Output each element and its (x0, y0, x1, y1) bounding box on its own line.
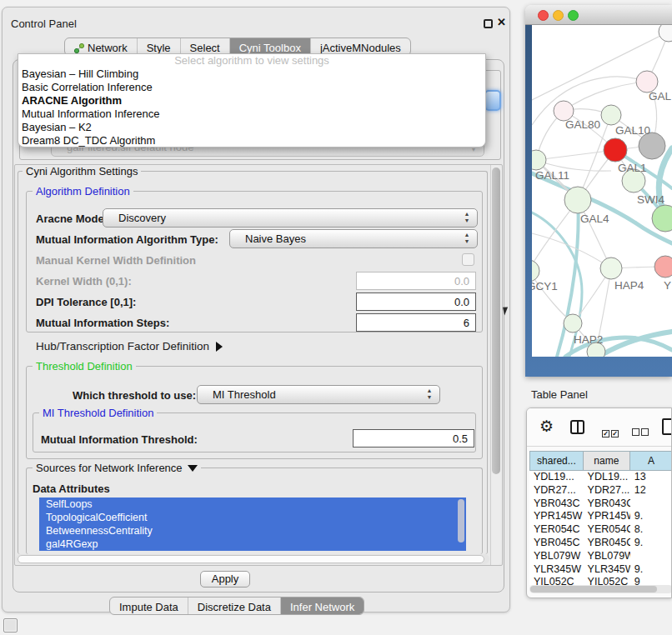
tab-select[interactable]: Select (181, 38, 230, 55)
column-header-name[interactable]: name (584, 451, 630, 471)
tab-discretize-data[interactable]: Discretize Data (188, 598, 281, 614)
network-node[interactable] (659, 25, 672, 42)
file-icon[interactable] (662, 418, 672, 435)
table-row[interactable]: YLR345WYLR345W9. (529, 563, 672, 577)
stepper-icon[interactable]: ▲▼ (463, 232, 471, 245)
network-window-titlebar[interactable] (525, 5, 672, 25)
tab-network[interactable]: Network (65, 38, 138, 55)
table-cell (630, 498, 672, 511)
mi-type-label: Mutual Information Algorithm Type: (36, 233, 218, 246)
expanded-arrow-icon[interactable] (188, 465, 198, 472)
table-cell: 12 (630, 484, 672, 498)
network-node-gal10[interactable] (601, 105, 621, 125)
tab-impute-data[interactable]: Impute Data (110, 598, 188, 614)
mi-threshold-group-title: MI Threshold Definition (39, 407, 157, 419)
mi-steps-field[interactable]: 6 (356, 313, 476, 332)
column-header-a[interactable]: A (630, 451, 672, 471)
table-row[interactable]: YBR043CYBR043C (529, 498, 672, 511)
attribute-item-betweennesscentrality[interactable]: BetweennessCentrality (39, 524, 466, 538)
minimized-panel-icon[interactable] (3, 618, 18, 632)
tab-style[interactable]: Style (138, 38, 181, 55)
manual-kernel-checkbox[interactable] (462, 253, 474, 266)
table-row[interactable]: YBL079WYBL079W (529, 550, 672, 563)
manual-kernel-label: Manual Kernel Width Definition (36, 254, 196, 267)
tab-style-label: Style (147, 42, 171, 54)
network-canvas[interactable]: GALGAL80GAL10GAL1SWI4GAL11GAL4GCY1HAP4YH… (532, 25, 672, 357)
algorithm-option-aracne-algorithm[interactable]: ARACNE Algorithm (18, 94, 485, 108)
algorithm-options-list: Bayesian – Hill ClimbingBasic Correlatio… (18, 68, 485, 148)
node-label-hap2: HAP2 (574, 333, 603, 346)
gear-icon[interactable]: ⚙ (539, 417, 554, 436)
node-label-gal1: GAL1 (618, 162, 647, 174)
table-row[interactable]: YER054CYER054C8. (529, 523, 672, 537)
mi-type-combobox[interactable]: Naive Bayes ▲▼ (229, 229, 478, 248)
column-header-shared[interactable]: shared... (529, 451, 584, 471)
close-panel-icon[interactable]: ✕ (497, 16, 506, 28)
list-scrollbar-thumb[interactable] (458, 499, 464, 542)
table-header-row: shared...nameA (529, 451, 672, 471)
table-body: YDL19...YDL19...13YDR27...YDR27...12YBR0… (529, 471, 672, 585)
table-row[interactable]: YIL052CYIL052C9 (529, 576, 672, 585)
algorithm-option-dream8-dc-tdc-algorithm[interactable]: Dream8 DC_TDC Algorithm (18, 134, 485, 148)
algorithm-option-bayesian-hill-climbing[interactable]: Bayesian – Hill Climbing (18, 68, 485, 81)
node-label-swi4: SWI4 (637, 193, 664, 206)
which-threshold-combobox[interactable]: MI Threshold ▲▼ (197, 385, 440, 404)
hub-definition-toggle[interactable]: Hub/Transcription Factor Definition (36, 340, 223, 352)
aracne-mode-label: Aracne Mode: (36, 212, 108, 225)
table-cell: YER054C (584, 523, 630, 537)
network-node-gal4[interactable] (564, 187, 591, 213)
network-node[interactable] (652, 205, 672, 232)
select-all-columns-icon[interactable]: ✓✓ (602, 424, 620, 439)
table-cell: YIL052C (529, 576, 584, 585)
attribute-item-selfloops[interactable]: SelfLoops (39, 498, 466, 511)
attribute-item-topologicalcoefficient[interactable]: TopologicalCoefficient (39, 511, 466, 524)
table-row[interactable]: YPR145WYPR145W9. (529, 510, 672, 523)
network-node-gcy1[interactable] (532, 260, 539, 282)
stepper-icon[interactable]: ▲▼ (425, 388, 434, 401)
kernel-width-field[interactable]: 0.0 (356, 272, 476, 290)
minimize-traffic-light[interactable] (553, 10, 564, 21)
apply-button[interactable]: Apply (200, 571, 250, 588)
network-node-hap2[interactable] (564, 314, 582, 332)
data-attributes-label: Data Attributes (33, 482, 110, 495)
table-row[interactable]: YBR045CYBR045C9. (529, 537, 672, 550)
node-label-gal4: GAL4 (580, 212, 609, 225)
split-columns-icon[interactable] (570, 420, 584, 434)
table-cell: YDR27... (584, 484, 630, 498)
algorithm-option-mutual-information-inference[interactable]: Mutual Information Inference (18, 108, 485, 121)
stepper-icon[interactable]: ▲▼ (463, 211, 471, 224)
zoom-traffic-light[interactable] (568, 10, 579, 21)
tab-infer-network[interactable]: Infer Network (281, 598, 364, 614)
control-panel-window: Control Panel ✕ NetworkStyleSelectCyni T… (2, 7, 510, 612)
table-cell: YBR043C (529, 498, 584, 511)
network-node-gal1[interactable] (604, 138, 627, 162)
mi-threshold-field[interactable]: 0.5 (353, 429, 474, 448)
dropdown-placeholder: Select algorithm to view settings (18, 54, 485, 68)
algorithm-option-bayesian-k2[interactable]: Bayesian – K2 (18, 121, 485, 134)
network-node-y[interactable] (654, 256, 672, 278)
settings-vscrollbar-thumb[interactable] (492, 168, 500, 474)
focused-stepper[interactable] (484, 90, 501, 111)
aracne-mode-combobox[interactable]: Discovery ▲▼ (103, 208, 478, 228)
table-hscrollbar[interactable] (529, 585, 672, 593)
tab-cyni-toolbox[interactable]: Cyni Toolbox (230, 38, 311, 55)
which-threshold-label: Which threshold to use: (73, 389, 196, 402)
node-label-gal80: GAL80 (565, 118, 600, 131)
dpi-tolerance-label: DPI Tolerance [0,1]: (36, 296, 136, 308)
network-node-hap4[interactable] (600, 258, 622, 279)
float-panel-icon[interactable] (484, 19, 493, 28)
deselect-all-columns-icon[interactable] (632, 424, 650, 439)
settings-hscrollbar-thumb[interactable] (18, 555, 484, 563)
close-traffic-light[interactable] (538, 10, 549, 21)
table-cell: YPR145W (529, 510, 584, 523)
dpi-tolerance-field[interactable]: 0.0 (356, 292, 476, 311)
algorithm-option-basic-correlation-inference[interactable]: Basic Correlation Inference (18, 81, 485, 94)
table-hscrollbar-thumb[interactable] (530, 586, 657, 592)
table-row[interactable]: YDR27...YDR27...12 (529, 484, 672, 498)
tab-jactivemnodules[interactable]: jActiveMNodules (311, 38, 410, 55)
table-cell: YBR043C (584, 498, 630, 511)
data-attributes-list[interactable]: SelfLoopsTopologicalCoefficientBetweenne… (39, 498, 466, 551)
attribute-item-gal4rgexp[interactable]: gal4RGexp (39, 538, 466, 551)
collapsed-arrow-icon[interactable] (216, 342, 223, 352)
table-row[interactable]: YDL19...YDL19...13 (529, 471, 672, 484)
